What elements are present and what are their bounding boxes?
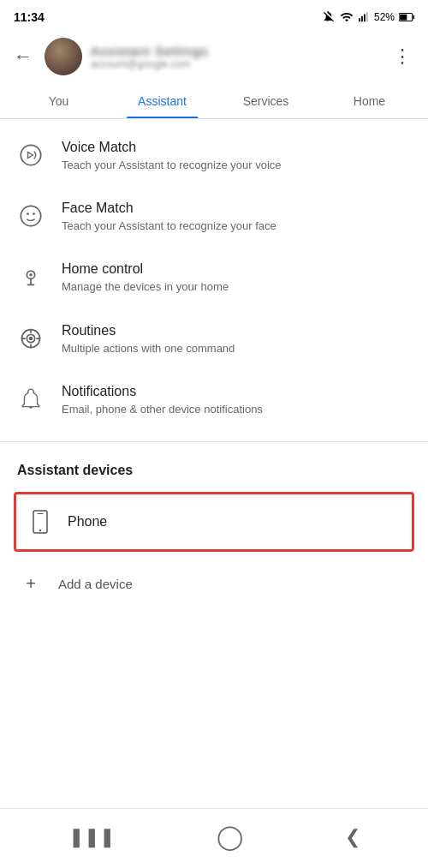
battery-text: 52% <box>374 11 395 23</box>
svg-point-7 <box>21 145 40 165</box>
voice-match-desc: Teach your Assistant to recognize your v… <box>62 158 411 173</box>
back-nav-button[interactable]: ❮ <box>345 826 360 848</box>
tab-services[interactable]: Services <box>214 82 318 118</box>
status-time: 11:34 <box>14 10 45 24</box>
add-device-label: Add a device <box>58 577 133 591</box>
svg-point-10 <box>33 213 35 215</box>
tabs: You Assistant Services Home <box>0 82 428 119</box>
svg-point-14 <box>29 273 33 277</box>
routines-item[interactable]: Routines Multiple actions with one comma… <box>0 309 428 370</box>
svg-point-8 <box>21 207 40 226</box>
home-control-icon-wrap <box>17 263 45 290</box>
assistant-devices-header: Assistant devices <box>0 446 428 485</box>
voice-match-item[interactable]: Voice Match Teach your Assistant to reco… <box>0 126 428 187</box>
face-match-icon-wrap <box>17 202 45 230</box>
home-button[interactable]: ◯ <box>217 823 243 851</box>
face-match-text: Face Match Teach your Assistant to recog… <box>62 201 411 234</box>
notifications-item[interactable]: Notifications Email, phone & other devic… <box>0 370 428 431</box>
routines-desc: Multiple actions with one command <box>62 341 411 356</box>
voice-match-title: Voice Match <box>62 140 411 155</box>
avatar <box>45 38 82 75</box>
phone-device-icon-wrap <box>27 508 54 536</box>
recents-button[interactable]: ❚❚❚ <box>68 826 115 848</box>
header-title: Assistant Settings <box>91 44 377 58</box>
header-title-area: Assistant Settings account@google.com <box>91 44 377 70</box>
tab-assistant[interactable]: Assistant <box>110 82 214 118</box>
bottom-nav: ❚❚❚ ◯ ❮ <box>0 808 428 868</box>
phone-icon <box>30 510 51 534</box>
voice-match-text: Voice Match Teach your Assistant to reco… <box>62 140 411 173</box>
svg-point-9 <box>27 213 29 215</box>
notifications-desc: Email, phone & other device notification… <box>62 402 411 417</box>
svg-point-24 <box>39 530 41 531</box>
header-subtitle: account@google.com <box>91 58 377 70</box>
header: ← Assistant Settings account@google.com … <box>0 31 428 82</box>
wifi-icon <box>340 10 354 24</box>
signal-icon <box>358 10 370 24</box>
status-icons: 52% <box>322 10 414 24</box>
routines-icon <box>19 326 43 350</box>
svg-point-21 <box>29 336 33 340</box>
status-bar: 11:34 52% <box>0 0 428 31</box>
routines-title: Routines <box>62 323 411 338</box>
phone-device-wrap: Phone <box>0 485 428 559</box>
svg-rect-5 <box>413 15 415 20</box>
back-button[interactable]: ← <box>10 42 36 71</box>
settings-list: Voice Match Teach your Assistant to reco… <box>0 119 428 438</box>
mute-icon <box>322 10 336 24</box>
battery-icon <box>399 11 414 23</box>
routines-text: Routines Multiple actions with one comma… <box>62 323 411 356</box>
add-device-icon: + <box>17 571 45 598</box>
section-divider <box>0 441 428 442</box>
home-control-icon <box>19 265 43 289</box>
add-device-item[interactable]: + Add a device <box>0 559 428 610</box>
notifications-text: Notifications Email, phone & other devic… <box>62 384 411 417</box>
voice-match-icon <box>19 143 43 167</box>
tab-you[interactable]: You <box>7 82 110 118</box>
svg-rect-0 <box>359 18 360 21</box>
home-control-title: Home control <box>62 261 411 277</box>
home-control-desc: Manage the devices in your home <box>62 279 411 295</box>
svg-rect-1 <box>361 16 363 21</box>
home-control-text: Home control Manage the devices in your … <box>62 261 411 295</box>
svg-rect-6 <box>400 15 407 21</box>
face-match-title: Face Match <box>62 201 411 216</box>
assistant-devices-section: Assistant devices Phone + Add a device <box>0 446 428 610</box>
tab-home[interactable]: Home <box>318 82 421 118</box>
voice-match-icon-wrap <box>17 141 45 169</box>
svg-rect-3 <box>366 12 368 21</box>
notifications-icon <box>20 387 42 411</box>
face-match-item[interactable]: Face Match Teach your Assistant to recog… <box>0 187 428 248</box>
face-match-icon <box>19 204 43 228</box>
phone-device-name: Phone <box>68 514 107 530</box>
more-options-button[interactable]: ⋮ <box>386 42 418 71</box>
svg-rect-2 <box>364 15 366 22</box>
phone-device-item[interactable]: Phone <box>14 492 414 552</box>
face-match-desc: Teach your Assistant to recognize your f… <box>62 218 411 234</box>
home-control-item[interactable]: Home control Manage the devices in your … <box>0 248 428 308</box>
notifications-icon-wrap <box>17 386 45 413</box>
notifications-title: Notifications <box>62 384 411 399</box>
routines-icon-wrap <box>17 325 45 352</box>
